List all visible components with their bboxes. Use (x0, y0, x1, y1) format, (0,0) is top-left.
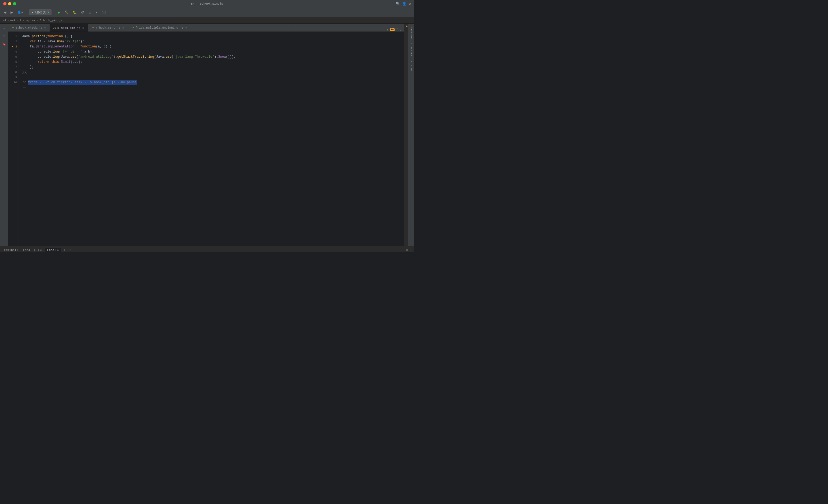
expand-icon[interactable]: ⌄ (400, 28, 402, 32)
collapse-icon[interactable]: ⌃ (396, 28, 398, 32)
line-num-3: ▸ 3 (8, 44, 17, 49)
search-icon[interactable]: 🔍 (396, 2, 400, 6)
terminal-area: Terminal: Local (2) ✕ Local ✕ ＋ ▾ ⚙ — . … (0, 246, 414, 252)
terminal-label: Terminal: (2, 249, 18, 252)
warning-count: 10 (390, 28, 395, 31)
terminal-tab-local-close[interactable]: ✕ (57, 249, 59, 252)
tab-label-hook-check: 3.hook_check.js (16, 26, 42, 29)
tab-close-hook-pin[interactable]: ✕ (82, 26, 85, 30)
terminal-tab-local[interactable]: Local ✕ (45, 248, 61, 252)
right-minimap: ▲ (404, 24, 408, 246)
more-button[interactable]: ▾ (94, 10, 99, 15)
stop-button[interactable]: ⬛ (100, 10, 108, 15)
breadcrumb-complex[interactable]: 1.complex (19, 19, 35, 22)
breadcrumb: s4 › net › 1.complex › 5.hook_pin.js (0, 17, 414, 24)
project-icon[interactable]: P (1, 25, 7, 32)
tab-more-button[interactable]: ⋮ (285, 24, 292, 32)
terminal-tab-local2-label: Local (2) (23, 249, 39, 252)
nav-button[interactable]: 👤▾ (16, 10, 25, 15)
profile-button[interactable]: ⏱ (80, 10, 86, 15)
title-bar: s4 – 5.hook_pin.js 🔍 👤 ⚙ (0, 0, 414, 7)
tab-frida-multiple[interactable]: JS frida_multiple_unpinning.js ✕ (128, 24, 191, 32)
breadcrumb-file[interactable]: 5.hook_pin.js (39, 19, 63, 22)
warning-icon: ⚠ (387, 28, 388, 31)
js-icon-frida: JS (131, 27, 134, 29)
minimize-button[interactable] (8, 2, 11, 5)
progress-label: 1进程 (1) (35, 10, 47, 14)
line-num-10: 10 (8, 80, 17, 85)
breadcrumb-s4[interactable]: s4 (3, 19, 6, 22)
progress-icon: ● (32, 11, 33, 14)
toolbar-right: 🔍 👤 ⚙ (396, 2, 411, 6)
tab-label-hook-cert: 4.hook_cert.js (95, 26, 120, 29)
tab-label-frida: frida_multiple_unpinning.js (135, 26, 183, 29)
js-icon: JS (11, 27, 14, 29)
tab-label-hook-pin: 5.hook_pin.js (57, 27, 81, 30)
main-toolbar: ◀ ▶ 👤▾ ● 1进程 (1) ▾ ▶ 🔨 🐛 ⏱ ☑ ▾ ⬛ (0, 7, 414, 17)
tab-hook-check[interactable]: JS 3.hook_check.js ✕ (8, 24, 50, 32)
progress-button[interactable]: ● 1进程 (1) ▾ (29, 9, 51, 15)
bookmarks-icon[interactable]: 🔖 (1, 40, 7, 47)
line-numbers: 1 2 ▸ 3 4 5 6 7 8 9 10 -- (8, 32, 19, 246)
editor-toolbar-right: ⚠ 10 ⌃ ⌄ (387, 28, 404, 32)
terminal-dropdown-button[interactable]: ▾ (68, 248, 72, 252)
tab-close-hook-check[interactable]: ✕ (44, 26, 46, 30)
line-num-2: 2 (8, 39, 17, 44)
back-button[interactable]: ◀ (2, 10, 8, 15)
main-layout: P ≡ 🔖 JS 3.hook_check.js ✕ JS 5.hook_pin… (0, 24, 414, 246)
line-num-5: 5 (8, 54, 17, 59)
tab-hook-pin[interactable]: JS 5.hook_pin.js ✕ (50, 24, 88, 32)
line-num-4: 4 (8, 49, 17, 54)
code-content[interactable]: Java.perform(function () { var fa = Java… (19, 32, 404, 246)
structure-panel[interactable]: Structure (409, 41, 414, 58)
far-right-panel: Database Structure SciView (408, 24, 414, 246)
maximize-button[interactable] (13, 2, 16, 5)
line-num-1: 1 (8, 34, 17, 39)
minimap-warning: ▲ (406, 25, 408, 28)
line-num-8: 8 (8, 70, 17, 75)
progress-chevron: ▾ (47, 10, 49, 14)
terminal-tab-local2[interactable]: Local (2) ✕ (21, 248, 44, 252)
line-num-9: 9 (8, 75, 17, 80)
left-sidebar: P ≡ 🔖 (0, 24, 8, 246)
editor-area: JS 3.hook_check.js ✕ JS 5.hook_pin.js ✕ … (8, 24, 404, 246)
debug-button[interactable]: 🐛 (71, 10, 78, 15)
close-button[interactable] (3, 2, 6, 5)
editor-tabs: JS 3.hook_check.js ✕ JS 5.hook_pin.js ✕ … (8, 24, 404, 32)
build-button[interactable]: 🔨 (63, 10, 70, 15)
terminal-tab-local2-close[interactable]: ✕ (40, 249, 42, 252)
traffic-lights (3, 2, 16, 5)
tab-close-hook-cert[interactable]: ✕ (122, 26, 125, 30)
breadcrumb-net[interactable]: net (10, 19, 16, 22)
tab-hook-cert[interactable]: JS 4.hook_cert.js ✕ (88, 24, 128, 32)
line-num-ellipsis: -- (8, 85, 17, 90)
structure-icon[interactable]: ≡ (1, 33, 7, 40)
terminal-settings-button[interactable]: ⚙ (406, 248, 408, 252)
line-num-7: 7 (8, 65, 17, 70)
code-editor: 1 2 ▸ 3 4 5 6 7 8 9 10 -- Java.perform(f… (8, 32, 404, 246)
terminal-tabs: Terminal: Local (2) ✕ Local ✕ ＋ ▾ ⚙ — (0, 246, 414, 252)
window-title: s4 – 5.hook_pin.js (191, 2, 223, 5)
js-icon-cert: JS (91, 27, 94, 29)
terminal-minimize-button[interactable]: — (410, 249, 412, 252)
tab-close-frida[interactable]: ✕ (185, 26, 188, 30)
terminal-tab-local-label: Local (47, 249, 56, 252)
database-panel[interactable]: Database (409, 25, 414, 41)
run-button[interactable]: ▶ (56, 10, 62, 15)
settings-icon[interactable]: ⚙ (409, 2, 411, 6)
coverage-button[interactable]: ☑ (87, 10, 93, 15)
line-num-6: 6 (8, 59, 17, 65)
toolbar-separator (27, 10, 27, 15)
js-icon-active: JS (53, 27, 56, 29)
user-icon[interactable]: 👤 (402, 2, 407, 6)
terminal-add-button[interactable]: ＋ (62, 247, 67, 252)
forward-button[interactable]: ▶ (9, 10, 14, 15)
sciview-panel[interactable]: SciView (409, 58, 414, 73)
